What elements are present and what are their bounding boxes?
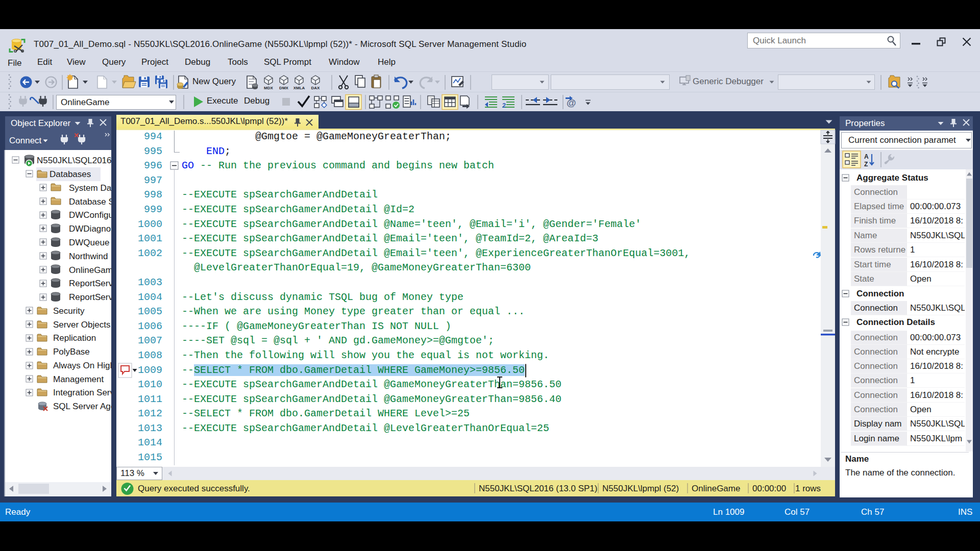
svg-text:DAX: DAX: [311, 86, 321, 90]
svg-text:MDX: MDX: [264, 86, 273, 90]
svg-text:Z: Z: [864, 161, 868, 168]
svg-text:2: 2: [502, 102, 506, 109]
svg-text:DMX: DMX: [279, 86, 288, 90]
svg-text:XMLA: XMLA: [293, 86, 305, 90]
svg-text:A: A: [864, 153, 869, 160]
